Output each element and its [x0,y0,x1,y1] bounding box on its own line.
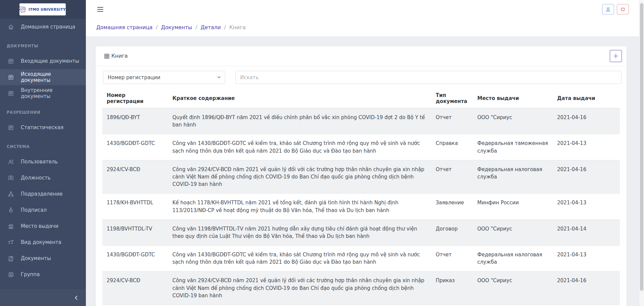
table-row[interactable]: 1430/BGDĐT-GDTCCông văn 1430/BGDĐT-GDTC … [102,134,620,160]
documents-table-wrap: Номер регистрацииКраткое содержаниеТип д… [96,84,627,306]
column-header: Краткое содержание [168,90,431,108]
sidebar-item[interactable]: Статистическая [0,119,86,136]
table-row[interactable]: 1430/BGDĐT-GDTCCông văn 1430/BGDĐT-GDTC … [102,246,620,271]
cell-summary: Kế hoạch 1178/KH-BVHTTDL năm 2021 về tổn… [168,194,431,219]
table-row[interactable]: 2924/CV-BCĐCông văn 2924/CV-BCĐ năm 2021… [102,271,620,305]
breadcrumb-link[interactable]: Детали [201,24,221,31]
sidebar-collapse-button[interactable] [73,295,79,301]
user-profile-button[interactable] [602,4,614,14]
page-scrollbar[interactable] [639,0,644,306]
document-icon [7,74,14,81]
table-row[interactable]: 2924/CV-BCĐCông văn 2924/CV-BCĐ năm 2021… [102,160,620,194]
cell-place: Минфин России [473,194,553,219]
main-area: Домашняя страница/Документы/Детали/Книга… [86,0,644,306]
sidebar-item[interactable]: Домашняя страница [0,19,86,35]
nav-section-header: СИСТЕМА [0,144,86,149]
user-icon [605,6,611,12]
documents-table: Номер регистрацииКраткое содержаниеТип д… [102,90,620,306]
table-row[interactable]: 45/NQ-CPNghị quyết 45/NQ-CP năm 2021 về … [102,305,620,306]
sidebar-item[interactable]: Подразделение [0,186,86,202]
content-area: Книга Номер регистрации [86,36,644,306]
org-chart-icon [7,191,14,197]
cell-place: ООО "Сириус [473,271,553,305]
text-type-icon: тТ [7,239,14,246]
sidebar: ITMO UNIVERSITY Домашняя страницаДОКУМЕН… [0,0,86,306]
sidebar-item[interactable]: Документы [0,250,86,266]
cell-summary: Công văn 1198/BVHTTDL-TV năm 2021 hướng … [168,219,431,245]
topbar [86,0,644,18]
cell-place: ООО "Сириус [473,108,553,134]
sidebar-footer [0,289,86,306]
logout-button[interactable] [617,4,629,14]
signature-icon [7,207,14,213]
cell-type: Заявление [431,194,473,219]
book-icon [7,255,14,262]
cell-date: 2021-04-13 [553,134,620,160]
document-icon [7,124,14,131]
sidebar-item-label: Внутренние документы [21,87,81,99]
sidebar-item[interactable]: Подписал [0,202,86,218]
table-row[interactable]: 1198/BVHTTDL-TVCông văn 1198/BVHTTDL-TV … [102,219,620,245]
book-card: Книга Номер регистрации [96,46,627,306]
table-row[interactable]: 1896/QĐ-BYTQuyết định 1896/QĐ-BYT năm 20… [102,108,620,134]
sidebar-item[interactable]: Внутренние документы [0,85,86,101]
table-grid-icon [104,53,110,59]
nav-section-header: РАЗРЕШЕНИИ [0,110,86,115]
sidebar-header: ITMO UNIVERSITY [0,0,86,19]
sidebar-item[interactable]: Пользователь [0,154,86,170]
filter-field-select[interactable]: Номер регистрации [103,71,225,84]
cell-reg: 1198/BVHTTDL-TV [102,219,168,245]
card-title: Книга [104,53,128,59]
card-title-text: Книга [111,53,128,59]
power-icon [620,6,626,12]
sidebar-item[interactable]: Исходящие документы [0,69,86,85]
table-header-row: Номер регистрацииКраткое содержаниеТип д… [102,90,620,108]
sidebar-item-label: Домашняя страница [21,24,75,30]
cell-reg: 1430/BGDĐT-GDTC [102,246,168,271]
cell-date: 2021-04-16 [553,108,620,134]
hamburger-menu-button[interactable] [97,6,103,13]
cell-date: 2021-04-16 [553,305,620,306]
sidebar-item[interactable]: Место выдачи [0,218,86,234]
cell-summary: Công văn 1430/BGDĐT-GDTC về kiểm tra, kh… [168,134,431,160]
sidebar-item-label: Пользователь [21,159,58,165]
table-row[interactable]: 1178/KH-BVHTTDLKế hoạch 1178/KH-BVHTTDL … [102,194,620,219]
cell-type: Справка [431,134,473,160]
cell-place: Федеральная налоговая служба [473,246,553,271]
cell-type: Отчет [431,246,473,271]
filter-row: Номер регистрации [96,66,627,84]
cell-summary: Công văn 2924/CV-BCĐ năm 2021 về quản lý… [168,160,431,194]
plus-icon [613,53,619,59]
topbar-buttons [602,4,629,14]
cell-place: Минпромторг России [473,305,553,306]
cell-type: Приказ [431,271,473,305]
sidebar-item[interactable]: тТВид документа [0,234,86,250]
cell-date: 2021-04-13 [553,246,620,271]
id-badge-icon [7,174,14,181]
sidebar-item-label: Статистическая [21,124,63,131]
logo-text: ITMO UNIVERSITY [29,7,66,11]
cell-type: Отчет [431,108,473,134]
scrollbar-thumb[interactable] [640,3,643,291]
filter-field-select-wrap: Номер регистрации [103,71,225,84]
home-icon [7,23,14,30]
sidebar-item[interactable]: Входящие документы [0,53,86,69]
sidebar-nav: Домашняя страницаДОКУМЕНТЫВходящие докум… [0,19,86,289]
search-input[interactable] [235,71,622,84]
cell-reg: 1896/QĐ-BYT [102,108,168,134]
add-record-button[interactable] [610,50,622,62]
table-header: Номер регистрацииКраткое содержаниеТип д… [102,90,620,108]
chevron-left-icon [73,295,79,301]
column-header: Номер регистрации [102,90,168,108]
card-header: Книга [96,46,627,66]
breadcrumb-link[interactable]: Документы [161,24,192,31]
sidebar-item-label: Подразделение [21,191,63,197]
itmo-university-logo: ITMO UNIVERSITY [19,3,66,15]
sidebar-item-label: Место выдачи [21,223,58,229]
sidebar-item-label: Входящие документы [21,58,79,64]
sidebar-item[interactable]: Должность [0,170,86,186]
column-header: Дата выдачи [553,90,620,108]
sidebar-item[interactable]: Группа [0,266,86,283]
sidebar-item-label: Исходящие документы [21,71,81,83]
breadcrumb-link[interactable]: Домашняя страница [96,24,153,31]
